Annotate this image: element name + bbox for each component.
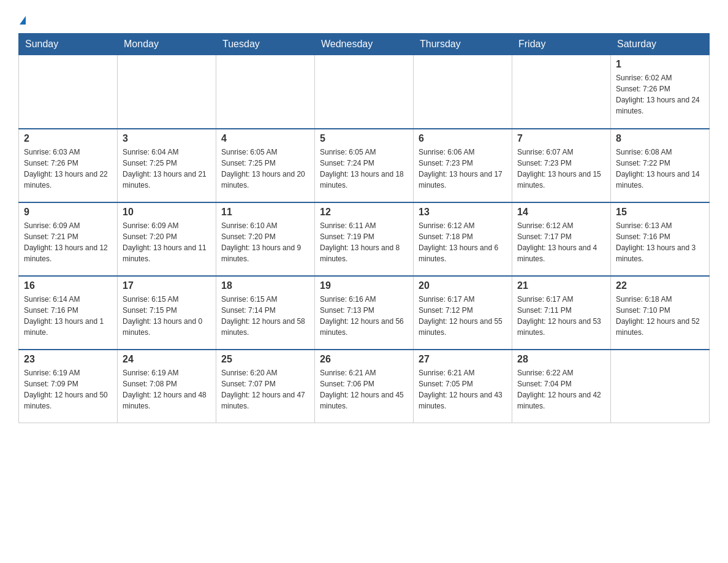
day-number: 7: [517, 133, 605, 144]
day-number: 17: [123, 280, 211, 291]
day-info: Sunrise: 6:22 AM Sunset: 7:04 PM Dayligh…: [517, 367, 605, 412]
calendar-cell: [414, 55, 512, 129]
weekday-header-saturday: Saturday: [611, 34, 710, 55]
calendar-cell: 23Sunrise: 6:19 AM Sunset: 7:09 PM Dayli…: [19, 350, 118, 423]
calendar-cell: 13Sunrise: 6:12 AM Sunset: 7:18 PM Dayli…: [414, 202, 512, 276]
calendar-cell: 24Sunrise: 6:19 AM Sunset: 7:08 PM Dayli…: [118, 350, 216, 423]
weekday-header-thursday: Thursday: [414, 34, 512, 55]
calendar-cell: 21Sunrise: 6:17 AM Sunset: 7:11 PM Dayli…: [512, 276, 611, 350]
logo: [18, 12, 26, 27]
calendar-cell: 28Sunrise: 6:22 AM Sunset: 7:04 PM Dayli…: [512, 350, 611, 423]
weekday-header-friday: Friday: [512, 34, 611, 55]
day-info: Sunrise: 6:03 AM Sunset: 7:26 PM Dayligh…: [24, 147, 112, 191]
day-number: 8: [616, 133, 704, 144]
calendar-cell: 12Sunrise: 6:11 AM Sunset: 7:19 PM Dayli…: [315, 202, 414, 276]
day-number: 18: [221, 280, 309, 291]
calendar-cell: [315, 55, 414, 129]
weekday-header-tuesday: Tuesday: [216, 34, 315, 55]
page-header: [18, 12, 710, 27]
calendar-week-row: 16Sunrise: 6:14 AM Sunset: 7:16 PM Dayli…: [19, 276, 710, 350]
calendar-cell: 16Sunrise: 6:14 AM Sunset: 7:16 PM Dayli…: [19, 276, 118, 350]
calendar-cell: [512, 55, 611, 129]
calendar-cell: 19Sunrise: 6:16 AM Sunset: 7:13 PM Dayli…: [315, 276, 414, 350]
day-number: 6: [419, 133, 507, 144]
day-number: 9: [24, 207, 112, 218]
day-info: Sunrise: 6:09 AM Sunset: 7:20 PM Dayligh…: [123, 220, 211, 264]
calendar-cell: 10Sunrise: 6:09 AM Sunset: 7:20 PM Dayli…: [118, 202, 216, 276]
weekday-header-sunday: Sunday: [19, 34, 118, 55]
day-info: Sunrise: 6:19 AM Sunset: 7:08 PM Dayligh…: [123, 367, 211, 412]
day-number: 28: [517, 354, 605, 365]
day-number: 11: [221, 207, 309, 218]
calendar-cell: 2Sunrise: 6:03 AM Sunset: 7:26 PM Daylig…: [19, 129, 118, 202]
day-number: 26: [320, 354, 408, 365]
day-number: 20: [419, 280, 507, 291]
day-info: Sunrise: 6:13 AM Sunset: 7:16 PM Dayligh…: [616, 220, 704, 264]
day-info: Sunrise: 6:20 AM Sunset: 7:07 PM Dayligh…: [221, 367, 309, 412]
day-info: Sunrise: 6:17 AM Sunset: 7:11 PM Dayligh…: [517, 294, 605, 338]
day-number: 10: [123, 207, 211, 218]
calendar-header-row: SundayMondayTuesdayWednesdayThursdayFrid…: [19, 34, 710, 55]
logo-triangle-icon: [20, 16, 26, 25]
day-info: Sunrise: 6:17 AM Sunset: 7:12 PM Dayligh…: [419, 294, 507, 338]
day-number: 19: [320, 280, 408, 291]
day-info: Sunrise: 6:19 AM Sunset: 7:09 PM Dayligh…: [24, 367, 112, 412]
calendar-cell: 11Sunrise: 6:10 AM Sunset: 7:20 PM Dayli…: [216, 202, 315, 276]
day-number: 14: [517, 207, 605, 218]
day-info: Sunrise: 6:14 AM Sunset: 7:16 PM Dayligh…: [24, 294, 112, 338]
calendar-cell: 6Sunrise: 6:06 AM Sunset: 7:23 PM Daylig…: [414, 129, 512, 202]
calendar-week-row: 9Sunrise: 6:09 AM Sunset: 7:21 PM Daylig…: [19, 202, 710, 276]
calendar-cell: 26Sunrise: 6:21 AM Sunset: 7:06 PM Dayli…: [315, 350, 414, 423]
calendar-cell: 25Sunrise: 6:20 AM Sunset: 7:07 PM Dayli…: [216, 350, 315, 423]
day-info: Sunrise: 6:11 AM Sunset: 7:19 PM Dayligh…: [320, 220, 408, 264]
calendar-cell: 15Sunrise: 6:13 AM Sunset: 7:16 PM Dayli…: [611, 202, 710, 276]
day-info: Sunrise: 6:12 AM Sunset: 7:18 PM Dayligh…: [419, 220, 507, 264]
calendar-cell: [118, 55, 216, 129]
calendar-cell: 7Sunrise: 6:07 AM Sunset: 7:23 PM Daylig…: [512, 129, 611, 202]
day-info: Sunrise: 6:16 AM Sunset: 7:13 PM Dayligh…: [320, 294, 408, 338]
weekday-header-wednesday: Wednesday: [315, 34, 414, 55]
calendar-table: SundayMondayTuesdayWednesdayThursdayFrid…: [18, 33, 710, 423]
calendar-cell: [19, 55, 118, 129]
day-info: Sunrise: 6:09 AM Sunset: 7:21 PM Dayligh…: [24, 220, 112, 264]
calendar-cell: [611, 350, 710, 423]
day-info: Sunrise: 6:21 AM Sunset: 7:06 PM Dayligh…: [320, 367, 408, 412]
calendar-cell: 14Sunrise: 6:12 AM Sunset: 7:17 PM Dayli…: [512, 202, 611, 276]
calendar-cell: 18Sunrise: 6:15 AM Sunset: 7:14 PM Dayli…: [216, 276, 315, 350]
calendar-cell: 27Sunrise: 6:21 AM Sunset: 7:05 PM Dayli…: [414, 350, 512, 423]
day-number: 3: [123, 133, 211, 144]
calendar-cell: 3Sunrise: 6:04 AM Sunset: 7:25 PM Daylig…: [118, 129, 216, 202]
day-number: 13: [419, 207, 507, 218]
calendar-cell: 9Sunrise: 6:09 AM Sunset: 7:21 PM Daylig…: [19, 202, 118, 276]
calendar-week-row: 1Sunrise: 6:02 AM Sunset: 7:26 PM Daylig…: [19, 55, 710, 129]
day-info: Sunrise: 6:15 AM Sunset: 7:15 PM Dayligh…: [123, 294, 211, 338]
day-number: 27: [419, 354, 507, 365]
calendar-cell: 17Sunrise: 6:15 AM Sunset: 7:15 PM Dayli…: [118, 276, 216, 350]
weekday-header-monday: Monday: [118, 34, 216, 55]
day-info: Sunrise: 6:21 AM Sunset: 7:05 PM Dayligh…: [419, 367, 507, 412]
day-number: 23: [24, 354, 112, 365]
calendar-cell: 8Sunrise: 6:08 AM Sunset: 7:22 PM Daylig…: [611, 129, 710, 202]
calendar-week-row: 23Sunrise: 6:19 AM Sunset: 7:09 PM Dayli…: [19, 350, 710, 423]
day-info: Sunrise: 6:06 AM Sunset: 7:23 PM Dayligh…: [419, 147, 507, 191]
day-number: 1: [616, 59, 704, 70]
day-info: Sunrise: 6:08 AM Sunset: 7:22 PM Dayligh…: [616, 147, 704, 191]
calendar-week-row: 2Sunrise: 6:03 AM Sunset: 7:26 PM Daylig…: [19, 129, 710, 202]
day-info: Sunrise: 6:05 AM Sunset: 7:24 PM Dayligh…: [320, 147, 408, 191]
day-info: Sunrise: 6:15 AM Sunset: 7:14 PM Dayligh…: [221, 294, 309, 338]
day-info: Sunrise: 6:02 AM Sunset: 7:26 PM Dayligh…: [616, 72, 704, 117]
day-number: 21: [517, 280, 605, 291]
day-info: Sunrise: 6:12 AM Sunset: 7:17 PM Dayligh…: [517, 220, 605, 264]
calendar-cell: [216, 55, 315, 129]
day-number: 5: [320, 133, 408, 144]
calendar-cell: 22Sunrise: 6:18 AM Sunset: 7:10 PM Dayli…: [611, 276, 710, 350]
day-number: 22: [616, 280, 704, 291]
day-info: Sunrise: 6:10 AM Sunset: 7:20 PM Dayligh…: [221, 220, 309, 264]
calendar-cell: 4Sunrise: 6:05 AM Sunset: 7:25 PM Daylig…: [216, 129, 315, 202]
day-number: 24: [123, 354, 211, 365]
day-info: Sunrise: 6:04 AM Sunset: 7:25 PM Dayligh…: [123, 147, 211, 191]
day-number: 25: [221, 354, 309, 365]
day-number: 16: [24, 280, 112, 291]
day-number: 15: [616, 207, 704, 218]
day-number: 12: [320, 207, 408, 218]
